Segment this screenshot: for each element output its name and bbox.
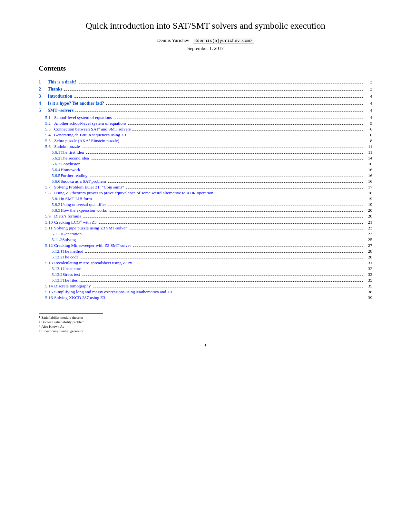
toc-label: SMT¹-solvers	[48, 108, 73, 113]
toc-link[interactable]: Homework	[61, 167, 80, 172]
toc-link[interactable]: The method	[63, 249, 83, 254]
toc-entry-toc-565[interactable]: 5.6.5Further reading16	[39, 173, 372, 178]
toc-link[interactable]: Solving XKCD 287 using Z3	[54, 295, 105, 300]
toc-entry-toc-53[interactable]: 5.3Connection between SAT² and SMT solve…	[39, 127, 372, 132]
toc-entry-toc-3[interactable]: 3Introduction4	[39, 94, 372, 99]
toc-dots	[86, 153, 363, 154]
toc-entry-toc-57[interactable]: 5.7Solving Problem Euler 31: “Coin sums”…	[39, 185, 372, 190]
toc-entry-toc-513[interactable]: 5.13Recalculating micro-spreadsheet usin…	[39, 260, 372, 266]
toc-link[interactable]: Simplifying long and messy expressions u…	[54, 289, 172, 294]
toc-num: 5.13.1	[39, 266, 63, 271]
toc-link[interactable]: School-level system of equations	[54, 115, 112, 120]
toc-entry-toc-561[interactable]: 5.6.1The first idea11	[39, 150, 372, 155]
toc-entry-toc-516[interactable]: 5.16Solving XKCD 287 using Z339	[39, 295, 372, 300]
footnote-num: 3	[39, 324, 40, 328]
toc-entry-toc-5[interactable]: 5SMT¹-solvers4	[39, 108, 372, 113]
toc-entry-toc-563[interactable]: 5.6.3Conclusion16	[39, 161, 372, 167]
toc-link[interactable]: Discrete tomography	[54, 284, 91, 288]
toc-entry-toc-582[interactable]: 5.8.2Using universal quantifier19	[39, 202, 372, 207]
toc-entry-toc-58[interactable]: 5.8Using Z3 theorem prover to prove equi…	[39, 190, 372, 196]
toc-entry-toc-514[interactable]: 5.14Discrete tomography35	[39, 284, 372, 289]
toc-entry-toc-5133[interactable]: 5.13.3The files35	[39, 278, 372, 283]
toc-entry-toc-4[interactable]: 4Is it a hype? Yet another fad?4	[39, 101, 372, 106]
toc-link[interactable]: Introduction	[48, 94, 72, 99]
toc-dots	[78, 241, 363, 241]
toc-page: 39	[365, 295, 372, 300]
toc-link[interactable]: The first idea	[61, 150, 84, 155]
toc-link[interactable]: Dietz’s formula	[54, 214, 81, 218]
toc-label: Solving	[62, 237, 76, 242]
toc-link[interactable]: Sudoku as a SAT problem	[61, 179, 106, 184]
toc-entry-toc-2[interactable]: 2Thanks3	[39, 87, 372, 92]
toc-link[interactable]: The code	[63, 255, 79, 259]
toc-link[interactable]: The second idea	[61, 156, 89, 160]
toc-link[interactable]: Sudoku puzzle	[54, 144, 80, 149]
toc-link[interactable]: Zebra puzzle (AKA³ Einstein puzzle)	[54, 138, 119, 143]
toc-num: 5.12.1	[39, 249, 63, 254]
toc-link[interactable]: In SMT-LIB form	[61, 196, 92, 201]
toc-link[interactable]: Solving	[62, 237, 76, 242]
toc-entry-toc-51[interactable]: 5.1School-level system of equations4	[39, 115, 372, 120]
toc-label: The code	[63, 255, 79, 260]
toc-entry-toc-5121[interactable]: 5.12.1The method28	[39, 249, 372, 254]
toc-link[interactable]: Generation	[62, 231, 82, 236]
toc-link[interactable]: Is it a hype? Yet another fad?	[48, 101, 104, 106]
toc-page: 16	[365, 167, 372, 172]
toc-link[interactable]: This is a draft!	[48, 80, 76, 84]
toc-link[interactable]: Further reading	[61, 173, 88, 178]
toc-entry-toc-512[interactable]: 5.12Cracking Minesweeper with Z3 SMT sol…	[39, 243, 372, 248]
toc-entry-toc-54[interactable]: 5.4Generating de Bruijn sequences using …	[39, 132, 372, 138]
toc-link[interactable]: Recalculating micro-spreadsheet using Z3…	[54, 260, 132, 265]
toc-link[interactable]: Cracking LCG⁴ with Z3	[54, 220, 97, 225]
toc-entry-toc-515[interactable]: 5.15Simplifying long and messy expressio…	[39, 289, 372, 295]
toc-label: In SMT-LIB form	[61, 196, 92, 201]
toc-entry-toc-5132[interactable]: 5.13.2Stress test33	[39, 272, 372, 277]
toc-dots	[215, 194, 363, 194]
toc-link[interactable]: Using Z3 theorem prover to prove equival…	[54, 190, 213, 195]
toc-label: Further reading	[61, 173, 88, 178]
toc-link[interactable]: SMT¹-solvers	[48, 108, 73, 113]
footnote-num: 1	[39, 315, 40, 319]
toc-entry-toc-510[interactable]: 5.10Cracking LCG⁴ with Z321	[39, 219, 372, 225]
toc-link[interactable]: Generating de Bruijn sequences using Z3	[54, 132, 126, 137]
toc-entry-toc-55[interactable]: 5.5Zebra puzzle (AKA³ Einstein puzzle)8	[39, 138, 372, 143]
toc-link[interactable]: Unsat core	[63, 266, 81, 271]
toc-dots	[74, 97, 363, 98]
toc-entry-toc-52[interactable]: 5.2Another school-level system of equati…	[39, 121, 372, 126]
toc-num: 5.11.1	[39, 231, 62, 237]
footnote-item: 3Also Known As	[39, 324, 103, 328]
toc-page: 4	[365, 108, 372, 113]
toc-entry-toc-5131[interactable]: 5.13.1Unsat core32	[39, 266, 372, 271]
toc-dots	[91, 159, 363, 160]
toc-entry-toc-581[interactable]: 5.8.1In SMT-LIB form19	[39, 196, 372, 201]
toc-entry-toc-583[interactable]: 5.8.3How the expression works20	[39, 208, 372, 213]
toc-link[interactable]: Thanks	[48, 87, 62, 92]
toc-link[interactable]: The files	[63, 278, 78, 283]
toc-entry-toc-562[interactable]: 5.6.2The second idea14	[39, 156, 372, 161]
toc-entry-toc-59[interactable]: 5.9Dietz’s formula20	[39, 214, 372, 219]
toc-link[interactable]: How the expression works	[61, 208, 107, 213]
toc-entry-toc-566[interactable]: 5.6.6Sudoku as a SAT problem16	[39, 179, 372, 184]
toc-entry-toc-56[interactable]: 5.6Sudoku puzzle11	[39, 144, 372, 149]
toc-entry-toc-1[interactable]: 1This is a draft!3	[39, 80, 372, 85]
toc-num: 1	[39, 80, 48, 85]
toc-dots	[83, 165, 363, 165]
toc-entry-toc-511[interactable]: 5.11Solving pipe puzzle using Z3 SMT-sol…	[39, 226, 372, 231]
toc-link[interactable]: Solving Problem Euler 31: “Coin sums”	[54, 185, 124, 189]
toc-page: 6	[365, 127, 372, 132]
toc-link[interactable]: Stress test	[63, 272, 80, 277]
toc-link[interactable]: Using universal quantifier	[61, 202, 106, 207]
toc-link[interactable]: Solving pipe puzzle using Z3 SMT-solver	[54, 226, 127, 230]
toc-label: Sudoku as a SAT problem	[61, 179, 106, 184]
toc-dots	[128, 136, 363, 136]
toc-link[interactable]: Connection between SAT² and SMT solvers	[54, 127, 131, 131]
toc-link[interactable]: Cracking Minesweeper with Z3 SMT solver	[54, 243, 131, 248]
toc-num: 5.4	[39, 132, 54, 138]
toc-entry-toc-5112[interactable]: 5.11.2Solving25	[39, 237, 372, 242]
toc-entry-toc-5111[interactable]: 5.11.1Generation23	[39, 231, 372, 237]
toc-link[interactable]: Another school-level system of equations	[54, 121, 126, 126]
toc-entry-toc-564[interactable]: 5.6.4Homework16	[39, 167, 372, 172]
toc-entry-toc-5122[interactable]: 5.12.2The code28	[39, 255, 372, 260]
toc-link[interactable]: Conclusion	[61, 161, 81, 166]
toc-page: 18	[365, 190, 372, 196]
